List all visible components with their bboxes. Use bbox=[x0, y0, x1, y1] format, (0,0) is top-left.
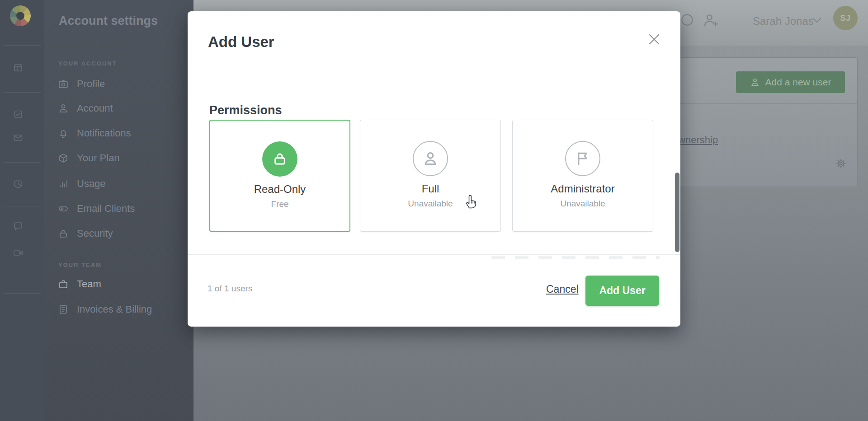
camera-icon bbox=[58, 79, 69, 89]
eye-icon bbox=[58, 203, 69, 214]
permission-subtitle: Unavailable bbox=[360, 199, 500, 209]
sidebar-item-label: Your Plan bbox=[77, 152, 120, 164]
rail-divider bbox=[4, 92, 41, 93]
help-icon[interactable] bbox=[681, 14, 693, 26]
sidebar-item-invoices-billing[interactable]: Invoices & Billing bbox=[0, 302, 193, 317]
bell-icon bbox=[58, 128, 69, 139]
rail-divider bbox=[4, 293, 41, 294]
clipped-dashed-row bbox=[491, 256, 660, 259]
sidebar-item-label: Security bbox=[77, 228, 113, 239]
sidebar-item-email-clients[interactable]: Email Clients bbox=[0, 201, 193, 216]
sidebar-item-account[interactable]: Account bbox=[0, 101, 193, 116]
lock-icon bbox=[262, 141, 297, 177]
sidebar-item-notifications[interactable]: Notifications bbox=[0, 126, 193, 141]
briefcase-icon bbox=[58, 279, 69, 290]
lock-icon bbox=[58, 228, 69, 239]
sidebar-item-security[interactable]: Security bbox=[0, 226, 193, 241]
close-icon[interactable] bbox=[647, 32, 661, 47]
sidebar-item-label: Invoices & Billing bbox=[77, 304, 152, 315]
permission-subtitle: Free bbox=[210, 199, 349, 209]
sidebar-item-usage[interactable]: Usage bbox=[0, 176, 193, 192]
video-camera-icon[interactable] bbox=[13, 248, 24, 258]
sidebar: Account settings YOUR ACCOUNT Profile Ac… bbox=[0, 0, 193, 421]
modal-footer-divider bbox=[188, 254, 680, 255]
person-icon bbox=[750, 77, 760, 87]
add-a-new-user-label: Add a new user bbox=[765, 77, 831, 88]
sidebar-item-your-plan[interactable]: Your Plan bbox=[0, 150, 193, 166]
permission-label: Administrator bbox=[513, 182, 653, 195]
avatar[interactable]: SJ bbox=[833, 6, 858, 30]
add-user-submit-button[interactable]: Add User bbox=[585, 276, 659, 306]
add-user-icon[interactable] bbox=[703, 13, 719, 28]
permission-card-read-only[interactable]: Read-Only Free bbox=[209, 120, 350, 232]
sidebar-item-label: Email Clients bbox=[77, 203, 135, 215]
sidebar-item-team[interactable]: Team bbox=[0, 276, 193, 292]
page-title: Account settings bbox=[59, 14, 158, 28]
modal-title: Add User bbox=[208, 33, 274, 51]
section-heading-your-team: YOUR TEAM bbox=[58, 262, 102, 268]
flag-icon bbox=[565, 141, 600, 176]
sidebar-item-label: Usage bbox=[77, 178, 106, 190]
modal-header-divider bbox=[188, 69, 680, 69]
dashboard-layout-icon[interactable] bbox=[13, 62, 24, 73]
sidebar-item-label: Profile bbox=[77, 78, 105, 90]
invoice-icon bbox=[58, 304, 69, 315]
cancel-button[interactable]: Cancel bbox=[546, 283, 579, 295]
sidebar-item-profile[interactable]: Profile bbox=[0, 76, 193, 92]
user-menu-name[interactable]: Sarah Jonas bbox=[753, 15, 814, 28]
modal-scrollbar-thumb[interactable] bbox=[675, 173, 679, 252]
sidebar-item-label: Notifications bbox=[77, 127, 131, 139]
add-user-modal: Add User Permissions Read-Only Free Full… bbox=[188, 11, 680, 327]
permissions-heading: Permissions bbox=[209, 103, 282, 117]
permission-subtitle: Unavailable bbox=[513, 199, 653, 209]
permission-label: Full bbox=[360, 182, 500, 195]
gear-icon[interactable] bbox=[835, 158, 846, 169]
cube-icon bbox=[58, 153, 69, 164]
sidebar-item-label: Team bbox=[77, 278, 101, 290]
sidebar-item-label: Account bbox=[77, 103, 113, 114]
bar-chart-icon bbox=[58, 178, 69, 189]
permission-label: Read-Only bbox=[210, 183, 349, 196]
chevron-down-icon[interactable] bbox=[812, 17, 822, 24]
permission-card-administrator[interactable]: Administrator Unavailable bbox=[512, 120, 653, 232]
rail-divider bbox=[4, 45, 41, 46]
add-a-new-user-button[interactable]: Add a new user bbox=[736, 71, 845, 93]
topbar-divider bbox=[734, 12, 734, 29]
person-icon bbox=[413, 141, 448, 176]
users-count: 1 of 1 users bbox=[208, 284, 252, 294]
app-logo[interactable] bbox=[10, 5, 31, 26]
permission-card-full[interactable]: Full Unavailable bbox=[360, 120, 501, 232]
section-heading-your-account: YOUR ACCOUNT bbox=[58, 60, 117, 67]
person-icon bbox=[58, 103, 69, 114]
